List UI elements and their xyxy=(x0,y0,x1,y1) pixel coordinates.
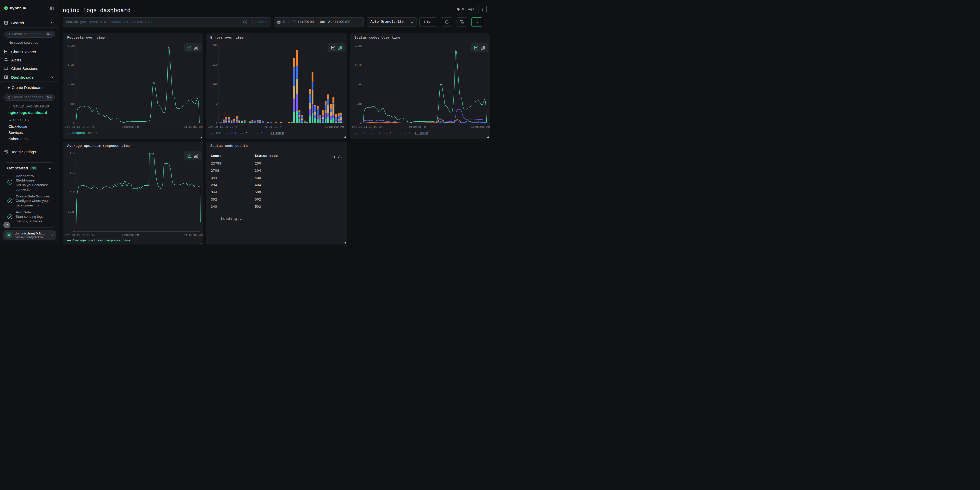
svg-text:0.35: 0.35 xyxy=(68,210,74,213)
svg-text:2.8K: 2.8K xyxy=(355,44,362,47)
svg-text:9:30:00 PM: 9:30:00 PM xyxy=(122,126,138,129)
svg-text:11:00:00 AM: 11:00:00 AM xyxy=(184,126,202,129)
svg-text:210: 210 xyxy=(212,63,218,66)
svg-text:700: 700 xyxy=(356,103,362,106)
svg-text:0.7: 0.7 xyxy=(69,191,75,194)
svg-text:Oct 20 11:00:00 AM: Oct 20 11:00:00 AM xyxy=(208,126,238,129)
svg-text:280: 280 xyxy=(212,44,218,47)
svg-text:0: 0 xyxy=(73,122,75,125)
svg-text:Oct 20 11:00:00 AM: Oct 20 11:00:00 AM xyxy=(65,234,95,237)
svg-text:1.4: 1.4 xyxy=(69,152,75,155)
svg-text:11:00:00 AM: 11:00:00 AM xyxy=(184,234,202,237)
svg-text:9:30:00 PM: 9:30:00 PM xyxy=(265,126,282,129)
svg-text:0: 0 xyxy=(360,122,362,125)
svg-text:11:00:00 AM: 11:00:00 AM xyxy=(471,126,490,129)
svg-text:1.1: 1.1 xyxy=(69,171,75,174)
svg-text:9:30:00 PM: 9:30:00 PM xyxy=(409,126,426,129)
svg-text:1.4K: 1.4K xyxy=(355,83,362,86)
svg-text:2.4K: 2.4K xyxy=(68,64,75,67)
svg-text:3.2K: 3.2K xyxy=(68,44,75,47)
svg-text:800: 800 xyxy=(69,103,75,106)
svg-text:0: 0 xyxy=(73,230,75,233)
svg-text:Oct 20 11:00:00 AM: Oct 20 11:00:00 AM xyxy=(352,126,383,129)
svg-text:Oct 20 11:00:00 AM: Oct 20 11:00:00 AM xyxy=(65,126,95,129)
svg-text:9:30:00 PM: 9:30:00 PM xyxy=(122,234,138,237)
svg-text:140: 140 xyxy=(212,83,218,86)
svg-text:10:30:00 AM: 10:30:00 AM xyxy=(325,126,344,129)
svg-text:70: 70 xyxy=(214,102,218,105)
svg-text:0: 0 xyxy=(216,122,218,125)
svg-text:1.6K: 1.6K xyxy=(68,83,75,86)
svg-text:2.1K: 2.1K xyxy=(355,64,362,67)
